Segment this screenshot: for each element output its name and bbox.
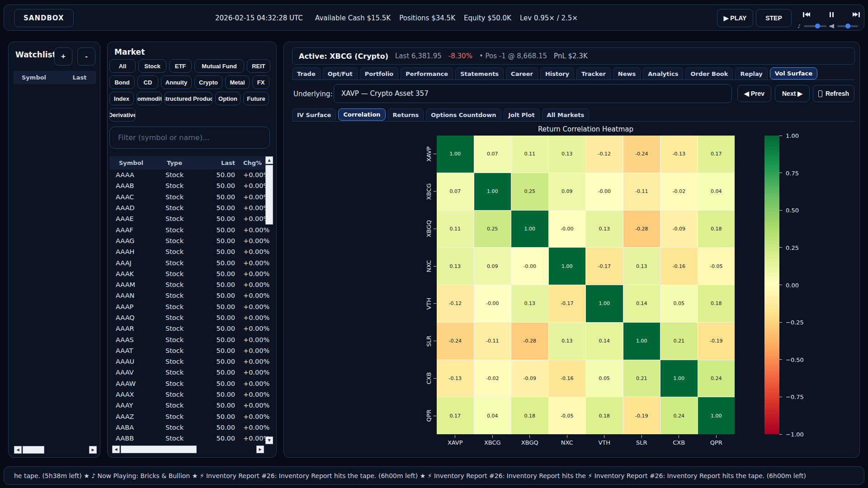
market-filter-index[interactable]: Index bbox=[109, 92, 134, 105]
subtab-all-markets[interactable]: All Markets bbox=[542, 108, 590, 121]
colorbar-tick-label: −0.75 bbox=[786, 394, 804, 400]
market-hscroll-left[interactable]: ◀ bbox=[112, 446, 120, 453]
market-filter-structured-product[interactable]: Structured Product bbox=[165, 92, 212, 105]
market-filter-reit[interactable]: REIT bbox=[247, 59, 270, 73]
tab-tracker[interactable]: Tracker bbox=[576, 67, 611, 80]
tab-statements[interactable]: Statements bbox=[455, 67, 504, 80]
tab-performance[interactable]: Performance bbox=[401, 67, 453, 80]
sfx-volume-thumb[interactable] bbox=[845, 23, 850, 28]
market-row-AAAJ[interactable]: AAAJStock50.00+0.00% bbox=[109, 257, 270, 268]
refresh-button[interactable]: Refresh bbox=[813, 85, 854, 102]
market-row-AAAV[interactable]: AAAVStock50.00+0.00% bbox=[109, 367, 270, 378]
tab-replay[interactable]: Replay bbox=[735, 67, 767, 80]
tab-history[interactable]: History bbox=[540, 67, 574, 80]
market-filter-commodity[interactable]: Commodity bbox=[137, 92, 162, 105]
underlying-select[interactable]: XAVP — Crypto Asset 357 bbox=[334, 84, 732, 103]
market-cell-last: 50.00 bbox=[196, 193, 240, 201]
market-hscroll-right[interactable]: ▶ bbox=[256, 446, 264, 453]
market-filter-input[interactable] bbox=[109, 127, 270, 149]
market-cell-type: Stock bbox=[153, 369, 196, 376]
skip-forward-icon[interactable] bbox=[853, 11, 860, 18]
market-filter-derivative[interactable]: Derivative bbox=[109, 108, 136, 122]
skip-back-icon[interactable] bbox=[803, 11, 810, 18]
market-row-AAAG[interactable]: AAAGStock50.00+0.00% bbox=[109, 235, 270, 246]
market-row-AAAP[interactable]: AAAPStock50.00+0.00% bbox=[109, 301, 270, 312]
market-row-AAAZ[interactable]: AAAZStock50.00+0.00% bbox=[109, 411, 270, 422]
market-row-AAAA[interactable]: AAAAStock50.00+0.00% bbox=[109, 169, 270, 180]
market-filter-stock[interactable]: Stock bbox=[138, 59, 166, 73]
market-row-AAAU[interactable]: AAAUStock50.00+0.00% bbox=[109, 356, 270, 367]
heatmap-cell-SLR-XBCG: -0.11 bbox=[474, 323, 511, 360]
market-row-AAAY[interactable]: AAAYStock50.00+0.00% bbox=[109, 400, 270, 411]
market-row-AAAK[interactable]: AAAKStock50.00+0.00% bbox=[109, 268, 270, 279]
sfx-volume-slider[interactable] bbox=[837, 25, 858, 27]
market-row-AAAH[interactable]: AAAHStock50.00+0.00% bbox=[109, 246, 270, 257]
subtab-returns[interactable]: Returns bbox=[388, 108, 424, 121]
music-volume-thumb[interactable] bbox=[815, 23, 820, 28]
market-row-AAAT[interactable]: AAATStock50.00+0.00% bbox=[109, 345, 270, 356]
market-row-AAAR[interactable]: AAARStock50.00+0.00% bbox=[109, 323, 270, 334]
pause-icon[interactable] bbox=[830, 11, 834, 18]
tab-news[interactable]: News bbox=[613, 67, 641, 80]
main-panel: Active: XBCG (Crypto) Last 6,381.95 -8.3… bbox=[283, 42, 860, 458]
brand-button[interactable]: SANDBOX bbox=[14, 9, 74, 27]
market-filter-cd[interactable]: CD bbox=[137, 75, 158, 89]
market-row-AAAN[interactable]: AAANStock50.00+0.00% bbox=[109, 290, 270, 301]
market-cell-type: Stock bbox=[153, 435, 196, 442]
market-filter-etf[interactable]: ETF bbox=[169, 59, 192, 73]
tab-portfolio[interactable]: Portfolio bbox=[360, 67, 399, 80]
tab-order-book[interactable]: Order Book bbox=[685, 67, 733, 80]
market-row-AABC[interactable]: AABCStock50.00+0.00% bbox=[109, 444, 270, 444]
market-row-AABA[interactable]: AABAStock50.00+0.00% bbox=[109, 422, 270, 433]
watchlist-hscroll-right[interactable]: ▶ bbox=[89, 446, 97, 454]
subtab-correlation[interactable]: Correlation bbox=[338, 108, 385, 121]
watchlist-hscroll-left[interactable]: ◀ bbox=[14, 446, 22, 454]
market-row-AAAC[interactable]: AAACStock50.00+0.00% bbox=[109, 192, 270, 202]
market-filter-mutual-fund[interactable]: Mutual Fund bbox=[194, 59, 244, 73]
market-filter-option[interactable]: Option bbox=[215, 92, 241, 105]
tab-vol-surface[interactable]: Vol Surface bbox=[770, 67, 817, 80]
watchlist-hscroll-thumb[interactable] bbox=[23, 446, 44, 454]
market-filter-future[interactable]: Future bbox=[243, 92, 269, 105]
market-vscroll-thumb[interactable] bbox=[265, 165, 273, 225]
market-vscroll-up[interactable]: ▲ bbox=[265, 156, 273, 164]
tab-analytics[interactable]: Analytics bbox=[643, 67, 683, 80]
market-cell-last: 50.00 bbox=[196, 424, 240, 431]
prev-underlying-button[interactable]: ◀ Prev bbox=[737, 85, 771, 102]
heatmap-row-label-QPR: QPR bbox=[425, 410, 432, 422]
market-vscroll-down[interactable]: ▼ bbox=[265, 436, 273, 444]
tab-trade[interactable]: Trade bbox=[292, 67, 321, 80]
watchlist-remove-button[interactable]: - bbox=[77, 47, 95, 66]
market-row-AAAB[interactable]: AAABStock50.00+0.00% bbox=[109, 180, 270, 191]
music-volume-slider[interactable] bbox=[804, 25, 826, 27]
tab-career[interactable]: Career bbox=[506, 67, 538, 80]
market-filter-metal[interactable]: Metal bbox=[225, 75, 250, 89]
market-hscroll-thumb[interactable] bbox=[121, 446, 197, 453]
subtab-iv-surface[interactable]: IV Surface bbox=[292, 108, 336, 121]
market-filter-fx[interactable]: FX bbox=[252, 75, 269, 89]
market-row-AAAD[interactable]: AAADStock50.00+0.00% bbox=[109, 202, 270, 213]
market-row-AAAS[interactable]: AAASStock50.00+0.00% bbox=[109, 334, 270, 345]
market-filter-all[interactable]: All bbox=[109, 59, 136, 73]
market-cell-type: Stock bbox=[153, 424, 196, 431]
market-row-AABB[interactable]: AABBStock50.00+0.00% bbox=[109, 433, 270, 444]
market-row-AAAF[interactable]: AAAFStock50.00+0.00% bbox=[109, 224, 270, 235]
market-row-AAAX[interactable]: AAAXStock50.00+0.00% bbox=[109, 389, 270, 400]
play-button[interactable]: ▶ PLAY bbox=[717, 9, 753, 27]
heatmap-row-label-XBGQ: XBGQ bbox=[425, 220, 432, 237]
market-row-AAAW[interactable]: AAAWStock50.00+0.00% bbox=[109, 378, 270, 389]
subtab-jolt-plot[interactable]: Jolt Plot bbox=[504, 108, 540, 121]
account-stats: Available Cash $15.5KPositions $34.5KEqu… bbox=[315, 5, 578, 31]
market-row-AAAQ[interactable]: AAAQStock50.00+0.00% bbox=[109, 312, 270, 323]
watchlist-add-button[interactable]: + bbox=[54, 47, 72, 66]
market-filter-crypto[interactable]: Crypto bbox=[194, 75, 222, 89]
market-filter-bond[interactable]: Bond bbox=[109, 75, 135, 89]
step-button[interactable]: STEP bbox=[756, 9, 792, 27]
subtab-options-countdown[interactable]: Options Countdown bbox=[426, 108, 501, 121]
market-filter-annuity[interactable]: Annuity bbox=[161, 75, 192, 89]
market-cell-type: Stock bbox=[153, 413, 196, 420]
next-underlying-button[interactable]: Next ▶ bbox=[775, 85, 810, 102]
market-row-AAAM[interactable]: AAAMStock50.00+0.00% bbox=[109, 279, 270, 290]
tab-opt-fut[interactable]: Opt/Fut bbox=[323, 67, 358, 80]
market-row-AAAE[interactable]: AAAEStock50.00+0.00% bbox=[109, 213, 270, 224]
